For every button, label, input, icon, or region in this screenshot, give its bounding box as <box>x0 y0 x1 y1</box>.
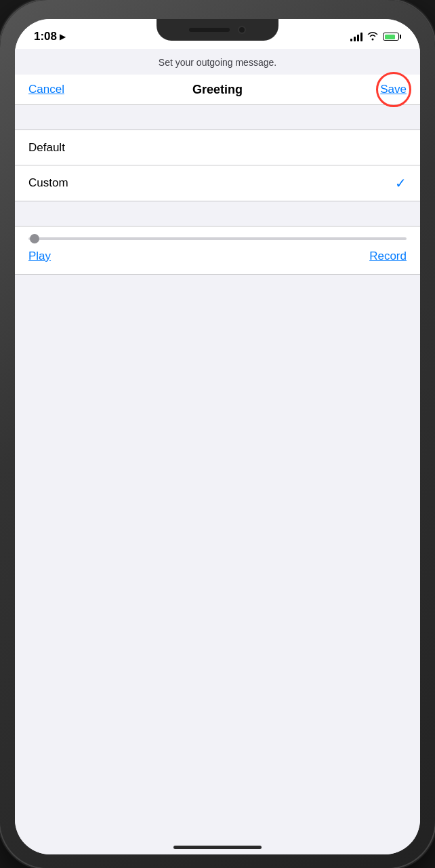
signal-bar-3 <box>357 35 359 41</box>
save-button[interactable]: Save <box>380 83 407 96</box>
status-icons <box>350 31 401 43</box>
greeting-options-list: Default Custom ✓ <box>15 130 420 201</box>
home-indicator[interactable] <box>173 846 262 849</box>
audio-scrubber[interactable] <box>15 226 420 243</box>
time-label: 1:08 <box>34 30 57 43</box>
custom-checkmark: ✓ <box>395 175 407 191</box>
battery-body <box>383 33 399 41</box>
default-label: Default <box>28 141 65 155</box>
custom-label: Custom <box>28 176 68 190</box>
page-title: Greeting <box>192 83 243 97</box>
speaker <box>189 28 230 32</box>
save-button-container: Save <box>380 83 407 96</box>
bottom-area <box>15 275 420 614</box>
scrubber-thumb[interactable] <box>30 234 39 243</box>
notch <box>157 19 278 41</box>
camera <box>238 26 246 34</box>
cancel-button[interactable]: Cancel <box>28 83 64 96</box>
battery-icon <box>383 33 401 41</box>
audio-player-section: Play Record <box>15 226 420 275</box>
banner: Set your outgoing message. <box>15 49 420 75</box>
section-gap-middle <box>15 201 420 226</box>
content: Set your outgoing message. Cancel Greeti… <box>15 49 420 854</box>
play-button[interactable]: Play <box>28 250 51 263</box>
record-button[interactable]: Record <box>369 250 407 263</box>
signal-bar-2 <box>354 37 356 41</box>
signal-bars <box>350 32 362 41</box>
list-item-default[interactable]: Default <box>15 130 420 165</box>
signal-bar-1 <box>350 39 352 41</box>
wifi-icon <box>367 31 379 43</box>
nav-bar: Cancel Greeting Save <box>15 75 420 105</box>
audio-controls: Play Record <box>15 243 420 274</box>
banner-text: Set your outgoing message. <box>159 57 276 68</box>
screen: 1:08 ▶ <box>15 19 420 854</box>
location-icon: ▶ <box>60 33 65 41</box>
phone-frame: 1:08 ▶ <box>0 0 435 868</box>
battery-tip <box>400 35 401 39</box>
battery-fill <box>385 35 395 39</box>
scrubber-track[interactable] <box>28 237 407 240</box>
section-gap-top <box>15 105 420 130</box>
list-item-custom[interactable]: Custom ✓ <box>15 165 420 201</box>
status-time: 1:08 ▶ <box>34 30 65 43</box>
signal-bar-4 <box>360 33 362 41</box>
